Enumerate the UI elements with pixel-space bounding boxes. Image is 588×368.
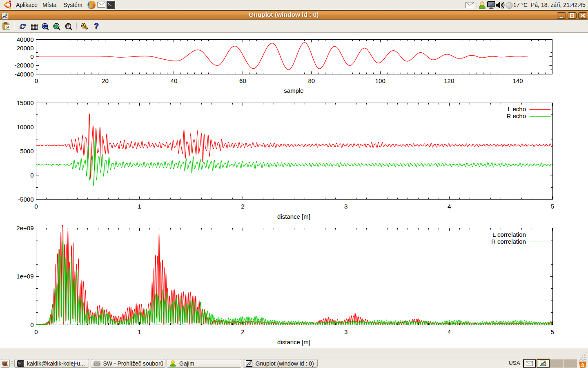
svg-text:1e+09: 1e+09 [16, 273, 33, 280]
svg-text:15000: 15000 [17, 99, 34, 106]
svg-text:R correlation: R correlation [491, 238, 526, 245]
svg-text:?: ? [94, 22, 99, 30]
svg-text:40000: 40000 [17, 36, 34, 43]
svg-text:0: 0 [34, 203, 38, 210]
svg-text:3: 3 [344, 203, 347, 210]
svg-text:1: 1 [138, 203, 141, 210]
svg-text:2: 2 [241, 328, 244, 335]
svg-text:140: 140 [513, 77, 523, 84]
svg-text:40: 40 [171, 77, 178, 84]
svg-text:4: 4 [448, 328, 451, 335]
svg-text:100: 100 [375, 77, 385, 84]
svg-text:0: 0 [35, 77, 38, 84]
svg-text:20000: 20000 [17, 45, 34, 52]
svg-text:120: 120 [444, 77, 454, 84]
svg-text:sample: sample [284, 87, 303, 94]
svg-text:60: 60 [239, 77, 246, 84]
svg-text:2: 2 [241, 203, 244, 210]
svg-text:0: 0 [30, 321, 33, 328]
svg-text:0: 0 [30, 172, 33, 179]
svg-text:-5000: -5000 [18, 196, 33, 203]
svg-text:0: 0 [30, 53, 33, 60]
svg-text:5000: 5000 [20, 148, 33, 155]
svg-text:20: 20 [102, 77, 109, 84]
svg-text:5: 5 [551, 328, 554, 335]
svg-text:0: 0 [34, 328, 38, 335]
svg-text:distance [m]: distance [m] [277, 339, 310, 346]
svg-text:5: 5 [551, 203, 554, 210]
svg-text:1: 1 [138, 328, 141, 335]
svg-text:L correlation: L correlation [492, 231, 526, 238]
svg-text:4: 4 [448, 203, 451, 210]
svg-text:3: 3 [344, 328, 347, 335]
svg-text:-20000: -20000 [15, 62, 34, 69]
svg-text:distance [m]: distance [m] [277, 213, 310, 220]
svg-text:R echo: R echo [506, 112, 526, 119]
svg-text:80: 80 [308, 77, 315, 84]
svg-text:10000: 10000 [17, 123, 34, 130]
svg-text:L echo: L echo [508, 105, 526, 112]
svg-text:2e+09: 2e+09 [16, 224, 33, 231]
svg-text:-40000: -40000 [15, 71, 34, 78]
